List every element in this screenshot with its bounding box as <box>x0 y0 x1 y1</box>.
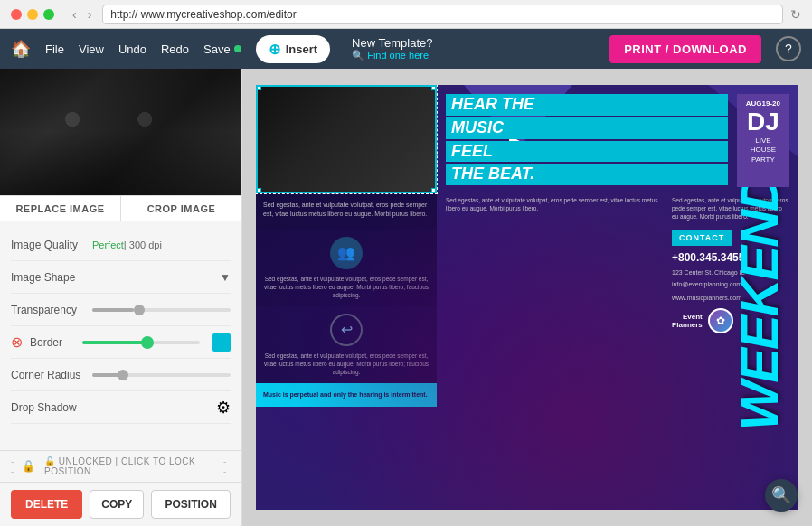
hear-line3: FEEL <box>446 141 728 163</box>
corner-radius-row: Corner Radius <box>11 359 231 391</box>
save-menu[interactable]: Save <box>203 42 241 56</box>
save-dot <box>234 45 241 52</box>
flyer-left-column: Sed egestas, ante et vulputate volutpat,… <box>256 85 437 510</box>
lock-dash-right: - - <box>223 456 231 476</box>
save-label: Save <box>203 42 231 56</box>
reload-button[interactable]: ↻ <box>790 7 801 22</box>
border-color-picker[interactable] <box>212 333 231 352</box>
flyer-icon-block: 👥 Sed egestas, ante et vulputate volutpa… <box>256 230 437 306</box>
help-button[interactable]: ? <box>776 36 801 61</box>
border-slider[interactable] <box>82 341 200 344</box>
insert-button[interactable]: ⊕ Insert <box>256 35 330 63</box>
people-icon: 👥 <box>330 237 363 269</box>
aug-text: AUG19-20 <box>746 99 780 108</box>
image-preview <box>0 69 241 195</box>
border-row: ⊗ Border <box>11 326 231 359</box>
replace-image-button[interactable]: REPLACE IMAGE <box>0 196 121 221</box>
new-template-title: New Template? <box>352 36 432 50</box>
nav-arrows: ‹ › <box>69 7 95 22</box>
flyer-canvas: Sed egestas, ante et vulputate volutpat,… <box>256 85 798 510</box>
flyer-text-block-1: Sed egestas, ante et vulputate volutpat,… <box>256 193 437 230</box>
canvas-area: Sed egestas, ante et vulputate volutpat,… <box>242 69 812 526</box>
copy-button[interactable]: COPY <box>90 490 144 519</box>
flyer-top-content: HEAR THE MUSIC FEEL THE BEAT. AUG19-20 D… <box>437 85 798 187</box>
address-bar[interactable]: http:// www.mycreativeshop.com/editor <box>102 5 783 24</box>
hear-line2: MUSIC <box>446 117 728 139</box>
file-menu[interactable]: File <box>45 42 64 56</box>
flyer-arrow-block: ↩ Sed egestas, ante et vulputate volutpa… <box>256 306 437 383</box>
find-template-link[interactable]: 🔍 Find one here <box>352 50 432 61</box>
image-quality-dpi: | 300 dpi <box>124 240 162 250</box>
dj-sub: LIVEHOUSEPARTY <box>746 136 780 164</box>
image-shape-dropdown[interactable]: ▼ <box>92 271 231 284</box>
mixer-overlay <box>0 69 241 195</box>
image-quality-value: Perfect <box>92 240 124 250</box>
flyer-dj-image[interactable] <box>256 85 437 193</box>
position-button[interactable]: POSITION <box>151 490 231 519</box>
lock-dash-left: - - <box>11 456 18 476</box>
weekend-text: WEEKEND <box>729 175 789 430</box>
flyer-mid-left: Sed egestas, ante et vulputate volutpat,… <box>446 196 663 501</box>
dj-box: AUG19-20 DJ LIVEHOUSEPARTY <box>737 94 789 187</box>
undo-menu[interactable]: Undo <box>118 42 146 56</box>
main-layout: REPLACE IMAGE CROP IMAGE Image Quality P… <box>0 69 812 526</box>
insert-plus-icon: ⊕ <box>269 41 280 58</box>
handle-top-left[interactable] <box>256 85 261 90</box>
panel-controls: Image Quality Perfect | 300 dpi Image Sh… <box>0 221 241 450</box>
drop-shadow-icon[interactable]: ⚙ <box>216 398 231 418</box>
transparency-row: Transparency <box>11 294 231 326</box>
close-button[interactable] <box>11 9 22 20</box>
image-shape-row: Image Shape ▼ <box>11 261 231 294</box>
bottom-banner-text: Music is perpetual and only the hearing … <box>263 391 428 398</box>
dj-text: DJ <box>746 108 780 136</box>
drop-shadow-row: Drop Shadow ⚙ <box>11 391 231 424</box>
flyer-bottom-banner: Music is perpetual and only the hearing … <box>256 383 437 407</box>
maximize-button[interactable] <box>43 9 54 20</box>
lock-bar: - - 🔓 🔓 UNLOCKED | CLICK TO LOCK POSITIO… <box>0 450 241 482</box>
home-icon[interactable]: 🏠 <box>11 39 31 59</box>
minimize-button[interactable] <box>27 9 38 20</box>
zoom-button[interactable]: 🔍 <box>765 479 798 512</box>
forward-button[interactable]: › <box>84 7 96 22</box>
image-actions: REPLACE IMAGE CROP IMAGE <box>0 195 241 221</box>
flyer-icon-text: Sed egestas, ante et vulputate volutpat,… <box>263 275 430 299</box>
event-planners-text: EventPlanners <box>672 313 703 329</box>
flyer-arrow-text: Sed egestas, ante et vulputate volutpat,… <box>263 352 430 376</box>
border-label: Border <box>30 336 75 349</box>
drop-shadow-label: Drop Shadow <box>11 401 92 414</box>
handle-bottom-left[interactable] <box>256 188 261 193</box>
hear-line1: HEAR THE <box>446 94 728 116</box>
image-quality-row: Image Quality Perfect | 300 dpi <box>11 229 231 261</box>
flyer-body-text-1: Sed egestas, ante et vulputate volutpat,… <box>263 201 430 219</box>
image-quality-label: Image Quality <box>11 239 92 251</box>
corner-radius-label: Corner Radius <box>11 369 92 381</box>
lock-text[interactable]: 🔓 UNLOCKED | CLICK TO LOCK POSITION <box>44 456 214 476</box>
corner-radius-slider[interactable] <box>92 373 231 377</box>
toolbar-menu: File View Undo Redo Save <box>45 42 241 56</box>
transparency-label: Transparency <box>11 304 92 316</box>
back-button[interactable]: ‹ <box>69 7 80 22</box>
left-panel: REPLACE IMAGE CROP IMAGE Image Quality P… <box>0 69 242 526</box>
redo-menu[interactable]: Redo <box>161 42 189 56</box>
traffic-lights <box>11 9 54 20</box>
crop-image-button[interactable]: CROP IMAGE <box>121 196 241 221</box>
insert-label: Insert <box>286 42 317 56</box>
hear-line4: THE BEAT. <box>446 164 728 185</box>
toolbar: 🏠 File View Undo Redo Save ⊕ Insert New … <box>0 29 812 69</box>
mid-body-text: Sed egestas, ante et vulputate volutpat,… <box>446 196 663 212</box>
dj-image-inner <box>258 87 435 192</box>
zoom-icon: 🔍 <box>771 485 791 505</box>
transparency-slider[interactable] <box>92 308 231 312</box>
view-menu[interactable]: View <box>79 42 104 56</box>
print-download-button[interactable]: PRINT / DOWNLOAD <box>609 35 761 63</box>
delete-button[interactable]: DELETE <box>11 490 82 519</box>
preview-image <box>0 69 241 195</box>
arrow-icon: ↩ <box>330 314 363 346</box>
contact-button: CONTACT <box>672 230 732 246</box>
hear-the-music: HEAR THE MUSIC FEEL THE BEAT. <box>446 94 728 187</box>
action-buttons: DELETE COPY POSITION <box>0 482 241 526</box>
lock-icon: 🔓 <box>22 460 35 473</box>
flyer-right-section: ▶ HEAR THE MUSIC FEEL THE BEAT. AUG19-20… <box>437 85 798 510</box>
image-shape-label: Image Shape <box>11 271 92 284</box>
border-error-icon[interactable]: ⊗ <box>11 333 23 351</box>
